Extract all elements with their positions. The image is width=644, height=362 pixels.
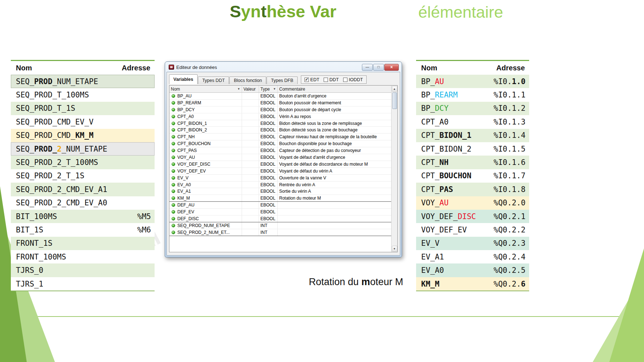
cell-name-text: VOY_DEF_EV: [177, 169, 206, 174]
unchecked-checkbox-icon[interactable]: [324, 78, 328, 82]
tab-types-dfb[interactable]: Types DFB: [267, 77, 298, 84]
grid-row[interactable]: VOY_AUEBOOLVoyant de défaut d'arrêt d'ur…: [169, 154, 391, 161]
grid-row[interactable]: EV_VEBOOLOuverture de la vanne V: [169, 175, 391, 182]
bottom-accent-line: [0, 316, 644, 317]
cell-value: [242, 161, 259, 167]
filter-ioddt[interactable]: IODDT: [343, 77, 363, 82]
table-row[interactable]: BP_REARM%I0.1.1: [416, 88, 529, 101]
minimize-button[interactable]: —: [362, 64, 373, 71]
grid-row[interactable]: VOY_DEF_EVEBOOLVoyant de défaut du vérin…: [169, 168, 391, 175]
table-row[interactable]: VOY_AU%Q0.2.0: [416, 196, 529, 210]
filter-ddt[interactable]: DDT: [324, 77, 339, 82]
table-row[interactable]: BP_DCY%I0.1.2: [416, 102, 529, 115]
table-row[interactable]: FRONT_100MS: [11, 250, 155, 263]
table-row[interactable]: CPT_BIDON_2%I0.1.5: [416, 142, 529, 156]
table-row[interactable]: SEQ_PROD_2_NUM_ETAPE: [11, 142, 155, 156]
text-segment: yn: [241, 2, 261, 21]
cell-type: EBOOL: [259, 161, 278, 167]
table-row[interactable]: EV_V%Q0.2.3: [416, 237, 529, 250]
table-row[interactable]: VOY_DEF_DISC%Q0.2.1: [416, 210, 529, 223]
table-row[interactable]: BP_AU%I0.1.0: [416, 75, 529, 88]
table-row[interactable]: TJRS_1: [11, 277, 155, 291]
variable-icon: [172, 196, 175, 200]
table-row[interactable]: EV_A0%Q0.2.5: [416, 263, 529, 277]
table-row[interactable]: KM_M%Q0.2.6: [416, 277, 529, 291]
text-segment: SEQ_PROD_2_CMD_EV_A0: [16, 199, 107, 207]
column-header-commentaire[interactable]: Commentaire: [278, 86, 391, 92]
text-segment: TJRS_1: [16, 280, 43, 288]
grid-row[interactable]: EV_A1EBOOLSortie du vérin A: [169, 188, 391, 195]
cell-value: [242, 100, 259, 106]
text-segment: 2: [57, 145, 62, 153]
table-row[interactable]: BIT_100MS%M5: [11, 210, 155, 223]
column-header-type[interactable]: Type▼: [259, 86, 278, 92]
vertical-scrollbar[interactable]: ▲ ▼: [391, 86, 397, 252]
table-row[interactable]: VOY_DEF_EV%Q0.2.2: [416, 223, 529, 236]
window-titlebar[interactable]: Editeur de données —□×: [167, 62, 400, 72]
grid-row[interactable]: SEQ_PROD_NUM_ETAPEINT: [169, 222, 391, 229]
cell-value: [242, 188, 259, 195]
grid-row[interactable]: CPT_PASEBOOLCapteur de détection de pas …: [169, 147, 391, 154]
unchecked-checkbox-icon[interactable]: [343, 78, 347, 82]
text-segment: 6: [521, 280, 526, 288]
grid-row[interactable]: CPT_BIDON_2EBOOLBidon détecté sous la zo…: [169, 127, 391, 134]
grid-row[interactable]: EV_A0EBOOLRentrée du vérin A: [169, 182, 391, 188]
table-row[interactable]: BIT_1S%M6: [11, 223, 155, 236]
table-row[interactable]: SEQ_PROD_2_T_100MS: [11, 156, 155, 169]
table-row[interactable]: SEQ_PROD_T_1S: [11, 102, 155, 115]
tab-blocs-fonction[interactable]: Blocs fonction: [229, 77, 266, 84]
grid-row[interactable]: BP_REARMEBOOLBouton poussoir de réarmeme…: [169, 100, 391, 106]
scroll-up-icon[interactable]: ▲: [392, 86, 397, 92]
table-row[interactable]: TJRS_0: [11, 263, 155, 277]
grid-row[interactable]: DEF_DISCEBOOL: [169, 215, 391, 222]
table-row[interactable]: CPT_BOUCHON%I0.1.7: [416, 169, 529, 183]
grid-row[interactable]: DEF_EVEBOOL: [169, 209, 391, 215]
table-row[interactable]: SEQ_PROD_2_T_1S: [11, 169, 155, 183]
table-row[interactable]: CPT_NH%I0.1.6: [416, 156, 529, 169]
cell-value: [242, 134, 259, 140]
grid-row[interactable]: SEQ_PROD_2_NUM_ET...INT: [169, 229, 391, 236]
dropdown-arrow-icon[interactable]: ▼: [273, 87, 276, 91]
column-header-nom[interactable]: Nom▼: [169, 86, 242, 92]
table-row[interactable]: SEQ_PROD_CMD_EV_V: [11, 115, 155, 128]
table-row[interactable]: SEQ_PROD_T_100MS: [11, 88, 155, 101]
table-row[interactable]: SEQ_PROD_2_CMD_EV_A1: [11, 183, 155, 196]
column-header-valeur[interactable]: Valeur: [242, 86, 259, 92]
text-segment: SEQ_: [16, 77, 34, 86]
grid-row[interactable]: CPT_NHEBOOLCapteur niveau haut de rempli…: [169, 134, 391, 140]
variable-icon: [172, 217, 175, 221]
text-segment: EV_V: [421, 239, 440, 248]
table-row[interactable]: FRONT_1S: [11, 237, 155, 250]
filter-group: ✓EDTDDTIODDT: [301, 75, 367, 84]
table-row[interactable]: SEQ_PROD_2_CMD_EV_A0: [11, 196, 155, 210]
grid-row[interactable]: CPT_BOUCHONEBOOLBouchon disponible pour …: [169, 140, 391, 147]
dropdown-arrow-icon[interactable]: ▼: [237, 87, 240, 91]
close-button[interactable]: ×: [384, 64, 399, 71]
grid-row[interactable]: CPT_BIDON_1EBOOLBidon détecté sous la zo…: [169, 120, 391, 127]
grid-row[interactable]: KM_MEBOOLRotation du moteur M: [169, 195, 391, 202]
scroll-down-icon[interactable]: ▼: [392, 246, 397, 252]
cell-name: BP_AU: [169, 93, 242, 99]
grid-row[interactable]: BP_AUEBOOLBouton d'arrêt d'urgence: [169, 93, 391, 100]
variable-name: VOY_DEF_DISC: [421, 212, 476, 221]
grid-row[interactable]: VOY_DEF_DISCEBOOLVoyant de défaut de dis…: [169, 161, 391, 168]
table-row[interactable]: EV_A1%Q0.2.4: [416, 250, 529, 263]
tab-variables[interactable]: Variables: [169, 74, 198, 84]
grid-row[interactable]: BP_DCYEBOOLBouton poussoir de départ cyc…: [169, 106, 391, 113]
scrollbar-thumb[interactable]: [392, 92, 397, 109]
grid-row[interactable]: DEF_AUEBOOL: [169, 202, 391, 209]
filter-edt[interactable]: ✓EDT: [304, 77, 319, 82]
table-row[interactable]: CPT_PAS%I0.1.8: [416, 183, 529, 196]
table-row[interactable]: SEQ_PROD_CMD_KM_M: [11, 129, 155, 142]
text-segment: AU: [435, 77, 444, 86]
grid-row[interactable]: CPT_A0EBOOLVérin A au repos: [169, 113, 391, 120]
maximize-button[interactable]: □: [373, 64, 384, 71]
table-row[interactable]: SEQ_PROD_NUM_ETAPE: [11, 75, 155, 88]
cell-type: EBOOL: [259, 140, 278, 147]
table-row[interactable]: CPT_BIDON_1%I0.1.4: [416, 129, 529, 142]
checked-checkbox-icon[interactable]: ✓: [304, 78, 309, 82]
variable-address: %M6: [137, 226, 151, 234]
tab-types-ddt[interactable]: Types DDT: [198, 77, 229, 84]
column-header-adresse: Adresse: [496, 64, 525, 72]
table-row[interactable]: CPT_A0%I0.1.3: [416, 115, 529, 128]
